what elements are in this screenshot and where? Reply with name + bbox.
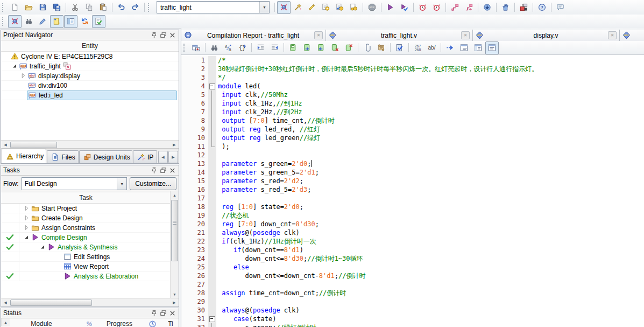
scroll-down-icon[interactable]: ▼ — [171, 290, 179, 298]
target-entity-dropdown[interactable]: traffic_light▼ — [157, 1, 270, 13]
code-line[interactable]: 32 s_green://绿灯倒计时 — [181, 323, 644, 327]
tech-map-viewer-button[interactable] — [462, 1, 476, 14]
scroll-up-icon[interactable]: ▲ — [1, 318, 10, 326]
assignment-pen-button[interactable] — [36, 15, 49, 28]
start-compilation-button[interactable] — [384, 1, 397, 14]
scrollbar-thumb[interactable] — [10, 142, 57, 148]
collapse-icon[interactable] — [23, 233, 30, 241]
task-row[interactable]: Analysis & Synthesis — [1, 242, 171, 252]
code-line[interactable]: 16 parameter s_red_5=2'd3; — [181, 185, 644, 194]
timequest-button[interactable] — [430, 1, 443, 14]
tasks-hscrollbar[interactable]: ◀▶ — [1, 298, 179, 307]
notes-button[interactable] — [50, 15, 63, 28]
editor-tab[interactable]: Compilation Report - traffic_light✕ — [181, 30, 326, 41]
pane-outline-button[interactable] — [471, 41, 485, 54]
collapse-icon[interactable] — [11, 62, 18, 70]
insert-template-button[interactable] — [374, 41, 388, 54]
tab-scroll-right-button[interactable]: ▶ — [168, 151, 178, 163]
match-delimiter-button[interactable]: {} — [236, 41, 249, 54]
save-button[interactable] — [36, 1, 49, 14]
restore-icon[interactable] — [159, 166, 167, 174]
editor-tab[interactable]: abcdisplay.v✕ — [473, 30, 620, 41]
refresh-button[interactable] — [78, 15, 91, 28]
code-line[interactable]: 21 always@(posedge clk) — [181, 228, 644, 237]
attach-button[interactable] — [360, 41, 374, 54]
code-line[interactable]: 27 — [181, 280, 644, 289]
pin-planner-button[interactable] — [291, 1, 305, 14]
entity-tree-row[interactable]: abddiv:div100 — [1, 81, 179, 91]
close-icon[interactable] — [168, 166, 176, 174]
code-line[interactable]: 8 output [7:0] time_cnt,//倒计时 — [181, 116, 644, 125]
entity-tree-row[interactable]: Cyclone IV E: EP4CE115F29C8 — [1, 52, 179, 61]
scroll-up-icon[interactable]: ▲ — [171, 191, 179, 199]
code-line[interactable]: 29 — [181, 297, 644, 306]
tab-ip[interactable]: IP — [133, 150, 157, 163]
editor-tab[interactable]: abc — [620, 30, 644, 41]
bookmark-next-button[interactable] — [300, 41, 314, 54]
code-line[interactable]: 6 input clk_1Hz,//到1Hz — [181, 99, 644, 108]
pane-report-button[interactable] — [457, 41, 471, 54]
tab-hierarchy[interactable]: Hierarchy — [2, 149, 46, 163]
task-row[interactable]: Analysis & Elaboration — [1, 272, 171, 281]
compile-doc-check-button[interactable] — [333, 1, 346, 14]
code-line[interactable]: 12 — [181, 151, 644, 159]
compile-doc-button[interactable] — [319, 1, 332, 14]
code-line[interactable]: 17 — [181, 194, 644, 203]
editor-tab[interactable]: abctraffic_light.v✕ — [326, 30, 473, 41]
settings-button[interactable] — [8, 15, 22, 28]
close-icon[interactable] — [168, 31, 176, 39]
change-manager-button[interactable] — [64, 15, 77, 28]
redo-button[interactable] — [129, 1, 142, 14]
scrollbar-thumb[interactable] — [10, 300, 92, 306]
settings-button[interactable] — [277, 1, 291, 14]
tab-design-units[interactable]: Design Units — [79, 150, 132, 163]
expand-icon[interactable] — [19, 72, 27, 80]
find-button[interactable] — [208, 41, 221, 54]
code-line[interactable]: 10 output reg led_green//绿灯 — [181, 134, 644, 142]
open-file-button[interactable] — [22, 1, 36, 14]
code-line[interactable]: 26 down_cnt<=down_cnt-8'd1;//倒计时 — [181, 272, 644, 280]
code-line[interactable]: 20 reg [7:0] down_cnt=8'd30; — [181, 220, 644, 228]
pin-icon[interactable] — [150, 166, 158, 174]
code-line[interactable]: 9 output reg led_red, //红灯 — [181, 125, 644, 134]
scroll-right-icon[interactable]: ▶ — [170, 298, 179, 307]
code-line[interactable]: 22 if(clk_1Hz)//1Hz倒计时一次 — [181, 237, 644, 246]
code-line[interactable]: 18 reg [1:0] state=2'd0; — [181, 203, 644, 211]
code-line[interactable]: 15 parameter s_red=2'd2; — [181, 177, 644, 185]
code-line[interactable]: 19 //状态机 — [181, 211, 644, 220]
chip-planner-button[interactable] — [517, 1, 530, 14]
design-assistant-button[interactable] — [92, 15, 105, 28]
fold-collapse-icon[interactable] — [209, 316, 215, 322]
new-window-button[interactable] — [189, 41, 203, 54]
restore-icon[interactable] — [159, 309, 167, 317]
code-line[interactable]: 11 ); — [181, 142, 644, 151]
code-line[interactable]: 23 if(down_cnt==8'd1) — [181, 246, 644, 254]
project-navigator-hscrollbar[interactable]: ◀▶ — [1, 140, 179, 149]
bookmark-button[interactable] — [286, 41, 300, 54]
expand-icon[interactable] — [23, 214, 30, 222]
close-icon[interactable] — [168, 309, 176, 317]
code-editor[interactable]: 1/*230秒绿灯倒计时+30秒红灯倒计时，倒计时最后5秒时计时每半秒闪烁一次。… — [181, 55, 644, 327]
entity-tree-row[interactable]: abdled:i_led — [1, 91, 179, 100]
tab-scroll-left-button[interactable]: ◀ — [158, 151, 168, 163]
code-line[interactable]: 4module led( — [181, 82, 644, 91]
task-row[interactable]: Edit Settings — [1, 252, 171, 262]
code-line[interactable]: 5 input clk,//50Mhz — [181, 91, 644, 99]
undo-button[interactable] — [115, 1, 128, 14]
pin-icon[interactable] — [150, 31, 158, 39]
expand-icon[interactable] — [23, 224, 30, 232]
task-row[interactable]: View Report — [1, 262, 171, 272]
tab-files[interactable]: Files — [47, 150, 78, 163]
code-line[interactable]: 14 parameter s_green_5=2'd1; — [181, 168, 644, 177]
save-all-button[interactable] — [50, 1, 63, 14]
classic-timing-button[interactable] — [416, 1, 429, 14]
bookmark-previous-button[interactable] — [314, 41, 328, 54]
code-line[interactable]: 1/* — [181, 56, 644, 65]
programmer-button[interactable] — [480, 1, 494, 14]
scrollbar-thumb[interactable] — [171, 200, 178, 261]
task-row[interactable]: Create Design — [1, 213, 171, 223]
close-tab-icon[interactable]: ✕ — [314, 31, 323, 39]
code-line[interactable]: 7 input clk_2Hz,//到2Hz — [181, 108, 644, 116]
pane-full-button[interactable] — [485, 41, 499, 54]
find-button[interactable] — [22, 15, 36, 28]
